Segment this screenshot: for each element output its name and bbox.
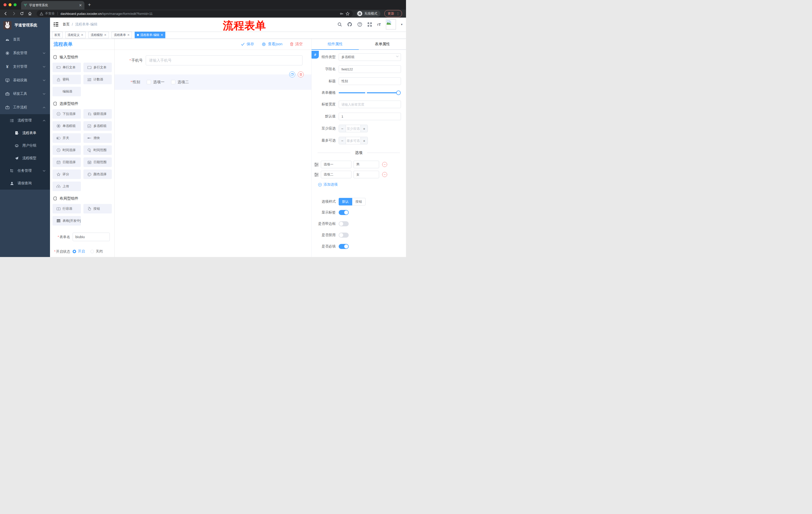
sidebar-item-process-form[interactable]: 流程表单 (0, 127, 50, 139)
tag-close-icon[interactable]: ✕ (81, 33, 83, 37)
palette-item-table-dev[interactable]: 表格[开发中] (53, 216, 81, 225)
back-icon[interactable] (2, 10, 9, 17)
sidebar-item-process-model[interactable]: 流程模型 (0, 152, 50, 164)
option-value-input[interactable] (353, 171, 379, 178)
style-button-button[interactable]: 按钮 (352, 198, 366, 206)
palette-item-rate[interactable]: 评分 (53, 169, 81, 179)
sidebar-logo[interactable]: 芋道管理系统 (0, 18, 50, 33)
font-size-icon[interactable]: TT (377, 22, 381, 27)
tab-form-props[interactable]: 表单属性 (359, 39, 406, 49)
option-value-input[interactable] (353, 161, 379, 168)
chrome-update-button[interactable]: 更新 ⋮ (384, 10, 402, 17)
clear-button[interactable]: 清空 (290, 42, 303, 47)
help-icon[interactable] (357, 22, 362, 27)
tag-process-form-edit[interactable]: 流程表单-编辑✕ (135, 32, 165, 38)
phone-input[interactable]: 请输入手机号 (146, 55, 302, 65)
slider-handle[interactable] (396, 90, 401, 95)
palette-item-slider[interactable]: 滑块 (83, 133, 112, 143)
palette-item-button[interactable]: 按钮 (83, 204, 112, 214)
sidebar-item-user-group[interactable]: 用户分组 (0, 139, 50, 152)
palette-item-counter[interactable]: 123计数器 (83, 75, 112, 84)
palette-item-single-text[interactable]: 单行文本 (53, 63, 81, 72)
checkbox-icon[interactable] (171, 80, 175, 84)
remove-option-icon[interactable]: − (382, 162, 387, 167)
link-tag-button[interactable] (312, 51, 319, 59)
drag-handle-icon[interactable] (314, 172, 319, 177)
github-icon[interactable] (347, 22, 352, 27)
component-type-select[interactable] (339, 53, 401, 61)
required-toggle[interactable] (339, 244, 349, 249)
palette-item-date-range[interactable]: 日期范围 (83, 157, 112, 167)
sidebar-item-workflow[interactable]: 工作流程 (0, 101, 50, 114)
sidebar-item-leave-query[interactable]: 请假查询 (0, 177, 50, 190)
status-radio-on[interactable]: 开启 (72, 247, 85, 256)
save-button[interactable]: 保存 (241, 42, 254, 47)
duplicate-component-icon[interactable] (289, 72, 295, 77)
tag-close-icon[interactable]: ✕ (127, 33, 129, 37)
browser-tab[interactable]: 芋道管理系统 ✕ (21, 1, 84, 9)
traffic-light-zoom[interactable] (13, 3, 17, 6)
delete-component-icon[interactable] (298, 72, 304, 77)
palette-item-date-picker[interactable]: 日期选择 (53, 157, 81, 167)
tag-process-model[interactable]: 流程模型✕ (88, 32, 109, 38)
palette-item-password[interactable]: 密码 (53, 75, 81, 84)
show-label-toggle[interactable] (339, 210, 349, 215)
stepper-plus-button[interactable]: + (360, 125, 368, 132)
field-name-input[interactable] (339, 65, 401, 73)
tag-process-form[interactable]: 流程表单✕ (112, 32, 132, 38)
default-value-input[interactable] (339, 113, 401, 120)
option-label-input[interactable] (321, 161, 351, 168)
forward-icon[interactable] (10, 10, 17, 17)
stepper-minus-button[interactable]: − (339, 125, 346, 132)
stepper-plus-button[interactable]: + (360, 137, 368, 144)
tag-home[interactable]: 首页 (52, 32, 63, 38)
palette-item-color-picker[interactable]: 颜色选择 (83, 169, 112, 179)
min-select-input[interactable] (346, 125, 360, 132)
palette-item-cascader[interactable]: 级联选择 (83, 109, 112, 119)
palette-item-upload[interactable]: 上传 (53, 182, 81, 191)
search-icon[interactable] (338, 22, 342, 27)
palette-item-multi-text[interactable]: 多行文本 (83, 63, 112, 72)
disabled-toggle[interactable] (339, 233, 349, 238)
new-tab-icon[interactable]: + (88, 2, 91, 8)
palette-item-row-container[interactable]: 行容器 (53, 204, 81, 214)
form-grid-slider[interactable] (339, 92, 399, 93)
style-default-button[interactable]: 默认 (339, 198, 352, 206)
tag-process-definition[interactable]: 流程定义✕ (65, 32, 86, 38)
palette-item-checkbox-group[interactable]: 多选框组 (83, 121, 112, 131)
palette-item-radio-group[interactable]: 单选框组 (53, 121, 81, 131)
title-input[interactable] (339, 77, 401, 85)
form-name-input[interactable] (72, 233, 110, 241)
tag-close-icon[interactable]: ✕ (104, 33, 107, 37)
sidebar-item-process-mgmt[interactable]: 流程管理 (0, 114, 50, 127)
sidebar-collapse-icon[interactable] (54, 22, 59, 27)
chrome-menu-icon[interactable]: ⋮ (396, 11, 400, 16)
bookmark-star-icon[interactable] (345, 11, 350, 16)
palette-item-time-range[interactable]: 时间范围 (83, 145, 112, 155)
sidebar-item-system[interactable]: 系统管理 (0, 46, 50, 60)
sidebar-item-infra[interactable]: 基础设施 (0, 74, 50, 87)
palette-item-switch[interactable]: 开关 (53, 133, 81, 143)
add-option-button[interactable]: 添加选项 (318, 182, 406, 187)
fullscreen-icon[interactable] (367, 22, 372, 27)
sidebar-item-devtools[interactable]: 研发工具 (0, 87, 50, 101)
stepper-minus-button[interactable]: − (339, 137, 346, 144)
drag-handle-icon[interactable] (314, 162, 319, 167)
canvas-field-gender-selected[interactable]: *性别 选项一 选项二 (115, 75, 311, 90)
border-toggle[interactable] (339, 221, 349, 226)
tab-close-icon[interactable]: ✕ (79, 3, 82, 7)
canvas-field-phone[interactable]: *手机号 请输入手机号 (115, 55, 302, 65)
gender-option-1[interactable]: 选项一 (147, 80, 165, 84)
checkbox-icon[interactable] (147, 80, 151, 84)
view-json-button[interactable]: 查看json (262, 42, 282, 47)
avatar-caret-icon[interactable]: ▾ (401, 23, 403, 26)
label-width-input[interactable] (339, 101, 401, 108)
palette-item-editor[interactable]: 编辑器 (53, 87, 81, 96)
option-label-input[interactable] (321, 171, 351, 178)
address-bar[interactable]: 不安全 dashboard.yudao.iocoder.cn/bpm/manag… (37, 10, 353, 17)
remove-option-icon[interactable]: − (382, 172, 387, 177)
tab-component-props[interactable]: 组件属性 (312, 39, 359, 49)
sidebar-item-payment[interactable]: ¥ 支付管理 (0, 60, 50, 74)
gender-option-2[interactable]: 选项二 (171, 80, 189, 84)
password-key-icon[interactable] (340, 11, 344, 16)
